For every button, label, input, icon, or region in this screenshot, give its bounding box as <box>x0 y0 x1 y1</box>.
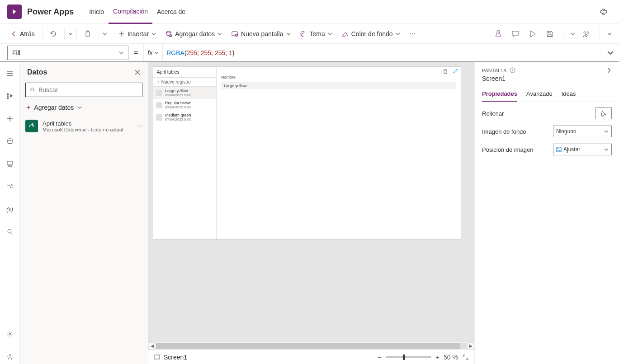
screen-icon <box>154 354 160 360</box>
save-chevron-icon[interactable] <box>571 32 575 36</box>
svg-point-16 <box>9 333 11 335</box>
rail-hamburger-icon[interactable] <box>3 66 17 81</box>
data-source-item[interactable]: April tables Microsoft Dataverse - Entor… <box>20 116 148 136</box>
canvas-area: April tables + Nuevo registro Large yell… <box>148 62 474 364</box>
tab-compilacion[interactable]: Compilación <box>109 0 152 24</box>
svg-text:?: ? <box>511 68 513 72</box>
new-screen-button[interactable]: Nueva pantalla <box>227 28 294 39</box>
paste-button[interactable] <box>80 28 95 39</box>
tab-avanzado[interactable]: Avanzado <box>526 87 553 102</box>
svg-rect-9 <box>7 93 9 95</box>
undo-chevron-icon[interactable] <box>68 32 73 36</box>
rail-variables-icon[interactable]: (x) <box>3 202 17 216</box>
search-icon <box>29 87 36 93</box>
list-item[interactable]: Regular brown 03/04/2023 8:00 <box>153 99 216 111</box>
fill-color-button[interactable] <box>595 107 612 119</box>
search-input[interactable] <box>25 83 142 97</box>
bg-image-select[interactable]: Ninguno <box>553 126 612 137</box>
rail-flows-icon[interactable] <box>3 179 17 194</box>
tab-ideas[interactable]: Ideas <box>562 87 576 102</box>
trash-icon[interactable] <box>443 69 448 74</box>
dataverse-icon <box>25 120 38 132</box>
help-icon[interactable]: ? <box>510 67 515 73</box>
data-panel-title: Datos <box>27 68 134 76</box>
scroll-left-icon[interactable]: ◀ <box>148 342 156 350</box>
canvas-frame[interactable]: April tables + Nuevo registro Large yell… <box>153 66 461 240</box>
gallery-title: April tables <box>153 67 216 78</box>
search-field[interactable] <box>38 86 138 93</box>
fx-button[interactable]: fx <box>143 44 162 61</box>
svg-rect-22 <box>557 147 561 152</box>
rail-tree-icon[interactable] <box>3 89 17 103</box>
tab-inicio[interactable]: Inicio <box>85 0 109 24</box>
props-screen-name: Screen1 <box>475 75 619 87</box>
theme-label: Tema <box>310 30 325 37</box>
zoom-in-button[interactable]: + <box>435 354 439 361</box>
svg-rect-11 <box>7 98 9 99</box>
play-icon[interactable] <box>527 28 539 40</box>
fit-icon[interactable] <box>463 354 469 360</box>
formula-input[interactable]: RGBA(255; 255; 255; 1) <box>162 44 601 61</box>
rail-search-icon[interactable] <box>3 224 17 239</box>
formula-bar: Fill = fx RGBA(255; 255; 255; 1) <box>0 44 619 62</box>
header-link-icon[interactable] <box>599 7 612 16</box>
img-position-select[interactable]: Ajustar <box>553 144 612 155</box>
overflow-button[interactable]: ⋯ <box>406 28 419 39</box>
edit-icon[interactable] <box>453 69 458 74</box>
rail-ai-icon[interactable] <box>3 350 17 364</box>
share-icon[interactable] <box>581 28 592 40</box>
svg-rect-14 <box>8 166 12 167</box>
app-title: Power Apps <box>27 7 74 17</box>
theme-button[interactable]: Tema <box>296 28 336 39</box>
share-chevron-icon[interactable] <box>607 32 612 36</box>
app-checker-icon[interactable] <box>492 28 504 40</box>
rail-data-icon[interactable] <box>3 134 17 149</box>
add-data-link[interactable]: + Agregar datos <box>25 102 142 113</box>
rail-settings-icon[interactable] <box>3 327 17 341</box>
detail-field-value: Large yellow <box>221 82 456 89</box>
rail-media-icon[interactable] <box>3 157 17 171</box>
data-source-provider: Microsoft Dataverse - Entorno actual <box>43 127 123 132</box>
undo-button[interactable] <box>46 28 61 39</box>
svg-point-7 <box>587 32 589 33</box>
list-item[interactable]: Large yellow 03/04/2023 8:00 <box>153 87 216 99</box>
svg-point-2 <box>166 31 171 33</box>
zoom-out-button[interactable]: − <box>378 354 381 361</box>
add-data-text: Agregar datos <box>34 104 74 111</box>
save-icon[interactable] <box>544 28 556 40</box>
paste-chevron-icon[interactable] <box>103 32 107 36</box>
tab-propiedades[interactable]: Propiedades <box>482 87 517 102</box>
insert-button[interactable]: Insertar <box>115 28 160 39</box>
expand-props-icon[interactable] <box>606 68 612 73</box>
thumbnail-icon <box>156 114 162 121</box>
new-screen-label: Nueva pantalla <box>241 30 283 37</box>
list-item[interactable]: Medium green 07/04/2023 8:00 <box>153 111 216 123</box>
add-data-button[interactable]: Agregar datos <box>161 28 226 39</box>
detail-field-label: Nombre <box>217 67 461 81</box>
status-bar: Screen1 − + 50 % <box>148 350 474 364</box>
zoom-slider[interactable] <box>386 356 431 358</box>
scroll-right-icon[interactable]: ▶ <box>467 342 474 350</box>
svg-rect-0 <box>86 32 90 37</box>
more-icon[interactable]: ⋯ <box>136 122 142 130</box>
svg-point-18 <box>31 88 34 91</box>
property-selector[interactable]: Fill <box>7 46 128 60</box>
svg-point-12 <box>8 139 12 140</box>
svg-rect-19 <box>154 355 160 359</box>
bg-color-button[interactable]: Color de fondo <box>338 28 404 39</box>
app-header: Power Apps Inicio Compilación Acerca de <box>0 0 619 24</box>
comments-icon[interactable] <box>510 28 521 40</box>
zoom-value: 50 % <box>444 354 458 361</box>
svg-point-6 <box>584 32 586 33</box>
horizontal-scrollbar[interactable]: ◀ ▶ <box>148 342 474 350</box>
rail-insert-icon[interactable] <box>3 112 17 126</box>
back-button[interactable]: Atrás <box>7 28 38 39</box>
svg-rect-10 <box>7 96 9 97</box>
command-toolbar: Atrás Insertar Agregar datos Nueva panta… <box>0 24 619 44</box>
svg-point-15 <box>8 229 11 233</box>
insert-label: Insertar <box>128 30 149 37</box>
tab-acerca[interactable]: Acerca de <box>152 0 190 24</box>
close-icon[interactable] <box>134 69 141 75</box>
formula-expand-button[interactable] <box>601 44 619 61</box>
new-record-button[interactable]: + Nuevo registro <box>153 78 216 87</box>
